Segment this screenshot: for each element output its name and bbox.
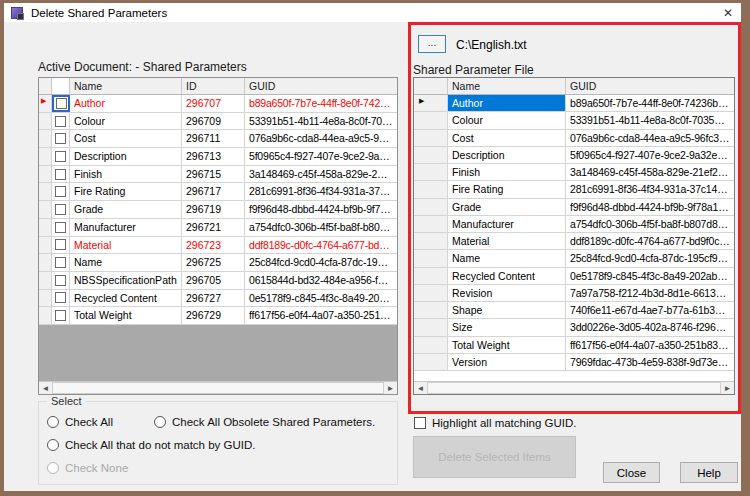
cell-name: Cost	[448, 130, 566, 146]
table-row[interactable]: Name 296725 25c84fcd-9cd0-4cfa-87dc-195c…	[39, 254, 397, 272]
checkbox[interactable]	[55, 222, 66, 233]
shared-parameter-file-label: Shared Parameter File	[413, 63, 534, 77]
row-checkbox-cell[interactable]	[52, 113, 70, 130]
table-row[interactable]: Size 3dd0226e-3d05-402a-8746-f296002671e…	[414, 319, 734, 336]
table-row[interactable]: Fire Rating 296717 281c6991-8f36-4f34-93…	[39, 183, 397, 201]
scrollbar-thumb[interactable]	[52, 382, 384, 394]
checkbox[interactable]	[55, 116, 66, 127]
scroll-right-icon[interactable]: ►	[721, 382, 734, 394]
horizontal-scrollbar[interactable]: ◄ ►	[414, 381, 734, 394]
table-row[interactable]: Total Weight ff617f56-e0f4-4a07-a350-251…	[414, 337, 734, 354]
checkbox[interactable]	[55, 186, 66, 197]
row-checkbox-cell[interactable]	[52, 237, 70, 254]
checkbox[interactable]	[55, 151, 66, 162]
table-row[interactable]: Total Weight 296729 ff617f56-e0f4-4a07-a…	[39, 307, 397, 325]
table-row[interactable]: Material ddf8189c-d0fc-4764-a677-bd9f0c4…	[414, 233, 734, 250]
scroll-right-icon[interactable]: ►	[384, 382, 397, 394]
cell-guid: 076a9b6c-cda8-44ea-a9c5-96fc3614bc28	[245, 130, 397, 147]
scroll-left-icon[interactable]: ◄	[39, 382, 52, 394]
row-checkbox-cell[interactable]	[52, 148, 70, 165]
radio-icon[interactable]	[47, 439, 59, 451]
cell-name: Finish	[70, 166, 182, 183]
shared-parameter-file-table: Name GUID ▶ Author b89a650f-7b7e-44ff-8e…	[413, 77, 735, 395]
cell-id: 296711	[182, 130, 245, 147]
scrollbar-thumb[interactable]	[427, 382, 721, 394]
checkbox[interactable]	[55, 133, 66, 144]
cell-name-selected[interactable]: Author	[448, 95, 566, 111]
row-checkbox-cell[interactable]	[52, 183, 70, 200]
browse-button[interactable]: ...	[418, 35, 446, 53]
table-row[interactable]: Finish 296715 3a148469-c45f-458a-829e-21…	[39, 166, 397, 184]
table-row[interactable]: Version 7969fdac-473b-4e59-838f-9d73e5a7…	[414, 354, 734, 371]
row-checkbox-cell[interactable]	[52, 201, 70, 218]
checkbox[interactable]	[55, 275, 66, 286]
cell-id: 296727	[182, 290, 245, 307]
row-indicator	[414, 250, 448, 266]
table-row[interactable]: Recycled Content 296727 0e5178f9-c845-4f…	[39, 290, 397, 308]
header-checkbox	[52, 78, 70, 94]
radio-check-no-match-guid[interactable]: Check All that do not match by GUID.	[47, 439, 255, 451]
row-indicator	[414, 112, 448, 128]
row-checkbox-cell[interactable]	[52, 307, 70, 324]
table-row[interactable]: Cost 076a9b6c-cda8-44ea-a9c5-96fc3614bc2…	[414, 130, 734, 147]
table-row[interactable]: Shape 740f6e11-e67d-4ae7-b77a-61b36bb37b…	[414, 302, 734, 319]
table-row[interactable]: Fire Rating 281c6991-8f36-4f34-931a-37c1…	[414, 181, 734, 198]
highlight-matching-guid-checkbox[interactable]: Highlight all matching GUID.	[414, 417, 576, 429]
table-row[interactable]: Finish 3a148469-c45f-458a-829e-21ef22a5c…	[414, 164, 734, 181]
table-row[interactable]: Grade 296719 f9f96d48-dbbd-4424-bf9b-9f7…	[39, 201, 397, 219]
checkbox[interactable]	[55, 169, 66, 180]
table-row[interactable]: NBSSpecificationPath 296705 0615844d-bd3…	[39, 272, 397, 290]
table-row[interactable]: Recycled Content 0e5178f9-c845-4f3c-8a49…	[414, 268, 734, 285]
row-checkbox-cell[interactable]	[52, 254, 70, 271]
radio-icon[interactable]	[154, 416, 166, 428]
cell-guid: 0e5178f9-c845-4f3c-8a49-202abe06f6b7	[566, 268, 734, 284]
scroll-left-icon[interactable]: ◄	[414, 382, 427, 394]
table-row[interactable]: Manufacturer 296721 a754dfc0-306b-4f5f-b…	[39, 219, 397, 237]
table-row[interactable]: Manufacturer a754dfc0-306b-4f5f-ba8f-b80…	[414, 216, 734, 233]
table-row[interactable]: Cost 296711 076a9b6c-cda8-44ea-a9c5-96fc…	[39, 130, 397, 148]
cell-guid: 740f6e11-e67d-4ae7-b77a-61b36bb37bde	[566, 302, 734, 318]
checkbox[interactable]	[55, 239, 66, 250]
row-checkbox-cell[interactable]	[52, 166, 70, 183]
cell-id: 296723	[182, 237, 245, 254]
table-row[interactable]: Description 296713 5f0965c4-f927-407e-9c…	[39, 148, 397, 166]
checkbox[interactable]	[414, 417, 426, 429]
cell-guid: a754dfc0-306b-4f5f-ba8f-b807d8fed5f6	[245, 219, 397, 236]
checkbox[interactable]	[56, 98, 67, 109]
table-row[interactable]: Colour 53391b51-4b11-4e8a-8c0f-7035dbf45…	[414, 112, 734, 129]
close-button[interactable]: Close	[603, 462, 660, 483]
close-icon[interactable]: ✕	[715, 3, 741, 22]
horizontal-scrollbar[interactable]: ◄ ►	[39, 381, 397, 394]
row-checkbox-cell[interactable]	[52, 130, 70, 147]
row-indicator	[39, 237, 52, 254]
row-indicator	[39, 254, 52, 271]
table-row[interactable]: ▶ Author 296707 b89a650f-7b7e-44ff-8e0f-…	[39, 95, 397, 113]
checkbox[interactable]	[55, 292, 66, 303]
row-indicator	[414, 199, 448, 215]
checkbox[interactable]	[55, 310, 66, 321]
header-indicator	[414, 78, 448, 94]
table-row[interactable]: Name 25c84fcd-9cd0-4cfa-87dc-195cf9029c3…	[414, 250, 734, 267]
radio-icon[interactable]	[47, 416, 59, 428]
checkbox[interactable]	[55, 204, 66, 215]
row-checkbox-cell[interactable]	[52, 219, 70, 236]
table-row[interactable]: Revision 7a97a758-f212-4b3d-8d1e-661383c…	[414, 285, 734, 302]
table-row[interactable]: Grade f9f96d48-dbbd-4424-bf9b-9f78a1aed5…	[414, 199, 734, 216]
row-checkbox-cell[interactable]	[52, 95, 70, 112]
delete-selected-items-button[interactable]: Delete Selected Items	[413, 436, 576, 478]
cell-name: Size	[448, 319, 566, 335]
table-empty-area	[414, 371, 734, 381]
table-row[interactable]: Material 296723 ddf8189c-d0fc-4764-a677-…	[39, 237, 397, 255]
row-checkbox-cell[interactable]	[52, 290, 70, 307]
radio-check-all[interactable]: Check All	[47, 416, 113, 428]
table-row[interactable]: Description 5f0965c4-f927-407e-9ce2-9a32…	[414, 147, 734, 164]
row-checkbox-cell[interactable]	[52, 272, 70, 289]
table-row[interactable]: Colour 296709 53391b51-4b11-4e8a-8c0f-70…	[39, 113, 397, 131]
radio-check-obsolete[interactable]: Check All Obsolete Shared Parameters.	[154, 416, 375, 428]
cell-guid: f9f96d48-dbbd-4424-bf9b-9f78a1aed5d0	[566, 199, 734, 215]
cell-name: Total Weight	[70, 307, 182, 324]
checkbox[interactable]	[55, 257, 66, 268]
row-indicator	[414, 337, 448, 353]
table-row[interactable]: ▶ Author b89a650f-7b7e-44ff-8e0f-74236b6…	[414, 95, 734, 112]
help-button[interactable]: Help	[680, 462, 738, 483]
